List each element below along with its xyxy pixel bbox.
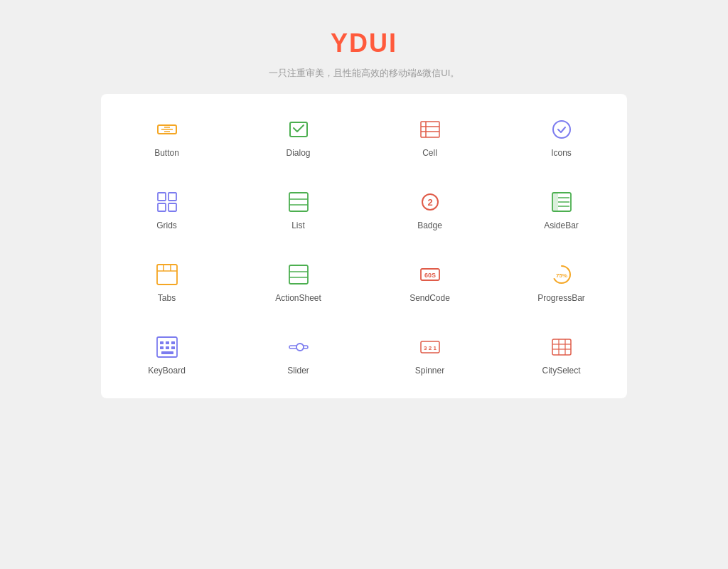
list-label: List bbox=[291, 220, 305, 230]
svg-rect-24 bbox=[157, 265, 177, 284]
dialog-icon bbox=[286, 117, 311, 142]
progressbar-icon: 75% bbox=[549, 262, 574, 287]
svg-rect-12 bbox=[158, 203, 166, 211]
svg-point-9 bbox=[553, 121, 570, 138]
svg-rect-5 bbox=[421, 122, 439, 137]
keyboard-icon bbox=[154, 334, 180, 360]
cell-label: Cell bbox=[422, 148, 437, 158]
svg-rect-20 bbox=[552, 193, 558, 211]
cell-icon bbox=[417, 117, 443, 142]
grid-item-keyboard[interactable]: KeyBoard bbox=[101, 319, 232, 391]
component-grid-card: ButtonDialogCellIconsGridsList2BadgeAsid… bbox=[101, 94, 627, 398]
svg-rect-14 bbox=[289, 193, 308, 211]
spinner-icon: 3 2 1 bbox=[417, 334, 443, 360]
grid-item-grids[interactable]: Grids bbox=[101, 174, 232, 246]
grid-item-dialog[interactable]: Dialog bbox=[232, 101, 364, 174]
svg-text:60S: 60S bbox=[424, 272, 435, 279]
svg-rect-40 bbox=[166, 346, 169, 349]
svg-rect-47 bbox=[552, 339, 571, 355]
grid-item-asidebar[interactable]: AsideBar bbox=[496, 174, 627, 246]
button-icon bbox=[154, 117, 180, 142]
page-title: YDUI bbox=[0, 28, 728, 58]
grid-item-actionsheet[interactable]: ActionSheet bbox=[232, 246, 364, 319]
progressbar-label: ProgressBar bbox=[537, 293, 585, 303]
tabs-icon bbox=[154, 262, 180, 287]
sendcode-icon: 60S bbox=[417, 262, 443, 287]
actionsheet-label: ActionSheet bbox=[275, 293, 321, 303]
svg-rect-13 bbox=[168, 203, 176, 211]
asidebar-label: AsideBar bbox=[544, 220, 579, 230]
grid-item-icons[interactable]: Icons bbox=[496, 101, 627, 174]
svg-rect-11 bbox=[168, 193, 176, 201]
svg-rect-41 bbox=[171, 346, 175, 349]
grids-icon bbox=[154, 189, 180, 215]
grid-item-badge[interactable]: 2Badge bbox=[364, 174, 496, 246]
page-header: YDUI 一只注重审美，且性能高效的移动端&微信UI。 bbox=[0, 0, 728, 94]
grids-label: Grids bbox=[156, 220, 177, 230]
actionsheet-icon bbox=[286, 262, 311, 287]
grid-item-list[interactable]: List bbox=[232, 174, 364, 246]
tabs-label: Tabs bbox=[158, 293, 176, 303]
spinner-label: Spinner bbox=[415, 366, 444, 376]
svg-rect-38 bbox=[171, 341, 175, 344]
cityselect-icon bbox=[549, 334, 574, 360]
svg-rect-10 bbox=[158, 193, 166, 201]
grid-item-button[interactable]: Button bbox=[101, 101, 232, 174]
svg-text:75%: 75% bbox=[555, 272, 567, 279]
svg-rect-39 bbox=[160, 346, 164, 349]
dialog-label: Dialog bbox=[286, 148, 310, 158]
grid-item-progressbar[interactable]: 75%ProgressBar bbox=[496, 246, 627, 319]
icons-icon bbox=[549, 117, 574, 142]
icons-label: Icons bbox=[551, 148, 572, 158]
grid-item-cityselect[interactable]: CitySelect bbox=[496, 319, 627, 391]
badge-icon: 2 bbox=[417, 189, 443, 215]
svg-rect-28 bbox=[289, 265, 308, 284]
page-subtitle: 一只注重审美，且性能高效的移动端&微信UI。 bbox=[0, 67, 728, 80]
button-label: Button bbox=[154, 148, 179, 158]
component-grid: ButtonDialogCellIconsGridsList2BadgeAsid… bbox=[101, 101, 627, 391]
svg-rect-42 bbox=[161, 351, 173, 354]
cityselect-label: CitySelect bbox=[542, 366, 580, 376]
svg-point-44 bbox=[296, 344, 304, 351]
svg-text:3 2 1: 3 2 1 bbox=[424, 345, 437, 351]
svg-rect-36 bbox=[160, 341, 164, 344]
sendcode-label: SendCode bbox=[410, 293, 450, 303]
badge-label: Badge bbox=[417, 220, 442, 230]
svg-rect-37 bbox=[166, 341, 169, 344]
grid-item-spinner[interactable]: 3 2 1Spinner bbox=[364, 319, 496, 391]
grid-item-slider[interactable]: Slider bbox=[232, 319, 364, 391]
svg-text:2: 2 bbox=[427, 197, 432, 208]
slider-icon bbox=[286, 334, 311, 360]
grid-item-cell[interactable]: Cell bbox=[364, 101, 496, 174]
slider-label: Slider bbox=[287, 366, 309, 376]
grid-item-tabs[interactable]: Tabs bbox=[101, 246, 232, 319]
asidebar-icon bbox=[549, 189, 574, 215]
list-icon bbox=[286, 189, 311, 215]
keyboard-label: KeyBoard bbox=[148, 366, 186, 376]
grid-item-sendcode[interactable]: 60SSendCode bbox=[364, 246, 496, 319]
